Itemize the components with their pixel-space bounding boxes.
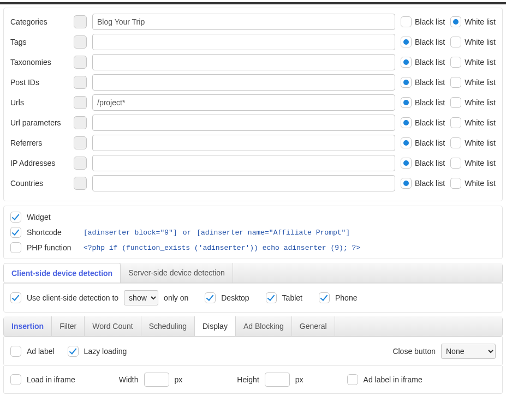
filter-input-categories[interactable] — [92, 14, 395, 30]
filter-blacklist-categories[interactable]: Black list — [401, 16, 445, 27]
filter-input-tags[interactable] — [92, 34, 395, 50]
filter-row-taxonomies: TaxonomiesBlack listWhite list — [10, 54, 496, 70]
filter-input-ip-addresses[interactable] — [92, 155, 395, 171]
shortcode-checkbox[interactable] — [10, 227, 21, 238]
client-detection-row: Use client-side detection to show only o… — [10, 290, 496, 305]
filter-label-categories: Categories — [10, 17, 68, 26]
filter-whitelist-ip-addresses[interactable]: White list — [450, 158, 496, 169]
iframe-row-content: Load in iframe Width px Height px Ad lab… — [3, 366, 503, 394]
filter-toggle-categories[interactable] — [74, 15, 87, 28]
use-client-label-post: only on — [164, 293, 188, 302]
filter-input-countries[interactable] — [92, 175, 395, 191]
lazy-loading-label: Lazy loading — [84, 347, 127, 356]
filter-row-referrers: ReferrersBlack listWhite list — [10, 135, 496, 151]
width-input[interactable] — [144, 373, 169, 387]
php-option-row: PHP function <?php if (function_exists (… — [10, 242, 496, 253]
filter-label-tags: Tags — [10, 38, 68, 46]
use-client-label-pre: Use client-side detection to — [27, 293, 118, 302]
filter-toggle-urls[interactable] — [74, 96, 87, 109]
filter-label-post-ids: Post IDs — [10, 78, 68, 87]
filter-blacklist-referrers[interactable]: Black list — [401, 137, 445, 148]
shortcode-option-row: Shortcode [adinserter block="9"] or [adi… — [10, 227, 496, 238]
filter-whitelist-tags[interactable]: White list — [450, 37, 496, 47]
filter-blacklist-post-ids[interactable]: Black list — [401, 77, 445, 88]
filter-blacklist-countries[interactable]: Black list — [401, 178, 445, 189]
filter-whitelist-referrers[interactable]: White list — [450, 137, 496, 148]
widget-label: Widget — [27, 213, 51, 221]
ad-label-checkbox[interactable] — [10, 346, 21, 357]
php-label: PHP function — [27, 243, 78, 252]
shortcode-label: Shortcode — [27, 228, 78, 237]
display-tab-content: Ad label Lazy loading Close button None — [3, 337, 503, 366]
filter-whitelist-taxonomies[interactable]: White list — [450, 57, 496, 68]
height-label: Height — [237, 375, 259, 384]
filter-label-ip-addresses: IP Addresses — [10, 159, 68, 167]
device-detection-content: Use client-side detection to show only o… — [3, 283, 503, 313]
width-unit: px — [175, 375, 183, 384]
widget-option-row: Widget — [10, 212, 496, 223]
filter-whitelist-countries[interactable]: White list — [450, 178, 496, 189]
filter-input-referrers[interactable] — [92, 135, 395, 151]
use-client-detection-checkbox[interactable] — [10, 292, 21, 303]
filter-row-tags: TagsBlack listWhite list — [10, 34, 496, 50]
filter-toggle-post-ids[interactable] — [74, 76, 87, 89]
lazy-loading-checkbox[interactable] — [68, 346, 79, 357]
filter-input-post-ids[interactable] — [92, 74, 395, 91]
ad-label-label: Ad label — [27, 347, 55, 356]
filter-row-url-parameters: Url parametersBlack listWhite list — [10, 115, 496, 131]
filter-blacklist-tags[interactable]: Black list — [401, 37, 445, 47]
php-checkbox[interactable] — [10, 242, 21, 253]
filter-toggle-ip-addresses[interactable] — [74, 157, 87, 170]
filter-blacklist-urls[interactable]: Black list — [401, 97, 445, 108]
show-hide-select[interactable]: show — [124, 290, 158, 305]
filter-label-referrers: Referrers — [10, 139, 68, 147]
iframe-row: Load in iframe Width px Height px Ad lab… — [10, 373, 496, 387]
filter-list-panel: CategoriesBlack listWhite listTagsBlack … — [3, 8, 503, 201]
tab-client-side-detection[interactable]: Client-side device detection — [4, 263, 121, 283]
widget-checkbox[interactable] — [10, 212, 21, 223]
tab-server-side-detection[interactable]: Server-side device detection — [121, 263, 233, 283]
filter-row-urls: UrlsBlack listWhite list — [10, 94, 496, 111]
desktop-checkbox[interactable] — [205, 292, 216, 303]
tablet-checkbox[interactable] — [266, 292, 277, 303]
filter-toggle-tags[interactable] — [74, 35, 87, 49]
filter-toggle-url-parameters[interactable] — [74, 116, 87, 129]
height-input[interactable] — [265, 373, 290, 387]
height-unit: px — [295, 375, 303, 384]
tab-filter[interactable]: Filter — [52, 316, 85, 336]
filter-whitelist-urls[interactable]: White list — [450, 97, 496, 108]
filter-blacklist-taxonomies[interactable]: Black list — [401, 57, 445, 68]
filter-whitelist-categories[interactable]: White list — [450, 16, 496, 27]
filter-blacklist-url-parameters[interactable]: Black list — [401, 117, 445, 128]
tab-filler — [233, 263, 502, 283]
filter-row-countries: CountriesBlack listWhite list — [10, 175, 496, 191]
filter-input-url-parameters[interactable] — [92, 115, 395, 131]
filter-blacklist-ip-addresses[interactable]: Black list — [401, 158, 445, 169]
filter-input-urls[interactable] — [92, 94, 395, 111]
filter-toggle-countries[interactable] — [74, 177, 87, 190]
filter-whitelist-post-ids[interactable]: White list — [450, 77, 496, 88]
tab-scheduling[interactable]: Scheduling — [141, 316, 195, 336]
filter-input-taxonomies[interactable] — [92, 54, 395, 70]
filter-toggle-taxonomies[interactable] — [74, 56, 87, 69]
tab-display[interactable]: Display — [195, 316, 236, 336]
tab-word-count[interactable]: Word Count — [85, 316, 141, 336]
close-button-select[interactable]: None — [441, 344, 496, 359]
desktop-label: Desktop — [221, 293, 249, 302]
title-bar — [0, 2, 506, 4]
tab-general[interactable]: General — [292, 316, 335, 336]
tablet-label: Tablet — [282, 293, 302, 302]
load-in-iframe-label: Load in iframe — [27, 375, 75, 384]
phone-label: Phone — [335, 293, 357, 302]
tab-ad-blocking[interactable]: Ad Blocking — [236, 316, 292, 336]
ad-label-in-iframe-checkbox[interactable] — [347, 374, 358, 385]
main-tabs: InsertionFilterWord CountSchedulingDispl… — [3, 317, 503, 337]
tab-insertion[interactable]: Insertion — [4, 316, 52, 336]
filter-toggle-referrers[interactable] — [74, 136, 87, 149]
load-in-iframe-checkbox[interactable] — [10, 374, 21, 385]
php-code: <?php if (function_exists ('adinserter')… — [84, 244, 360, 252]
phone-checkbox[interactable] — [319, 292, 330, 303]
shortcode-code-1: [adinserter block="9"] — [84, 229, 177, 237]
tab-filler — [335, 316, 502, 336]
filter-whitelist-url-parameters[interactable]: White list — [450, 117, 496, 128]
